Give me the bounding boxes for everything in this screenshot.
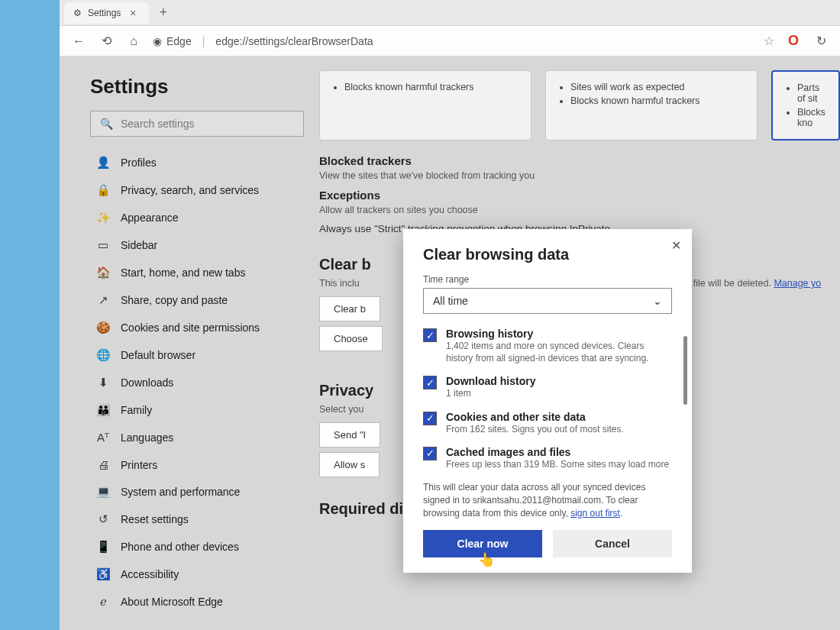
sidebar-label: Cookies and site permissions <box>121 321 260 334</box>
divider: | <box>202 35 205 47</box>
sidebar-icon: ↺ <box>96 512 110 526</box>
send-do-not-track-button[interactable]: Send "I <box>319 422 380 447</box>
address-bar[interactable]: edge://settings/clearBrowserData <box>215 35 753 47</box>
opera-icon[interactable]: O <box>788 33 799 49</box>
option-title: Download history <box>446 375 535 387</box>
clear-options-list: ✓Browsing history1,402 items and more on… <box>423 328 672 470</box>
sidebar-icon: 💻 <box>96 485 110 499</box>
dialog-scrollbar[interactable] <box>683 336 687 405</box>
dialog-close-button[interactable]: ✕ <box>671 238 681 253</box>
sidebar-icon: 🖨 <box>96 458 110 471</box>
card-bullet: Blocks kno <box>797 107 828 128</box>
sidebar-item[interactable]: 👤Profiles <box>90 150 304 175</box>
checkbox[interactable]: ✓ <box>423 447 437 460</box>
sidebar-item[interactable]: 🌐Default browser <box>90 343 304 367</box>
sidebar-icon: ↗ <box>96 293 110 307</box>
clear-option-row: ✓Cookies and other site dataFrom 162 sit… <box>423 411 672 435</box>
chevron-down-icon: ⌄ <box>653 295 662 307</box>
search-placeholder: Search settings <box>121 118 195 130</box>
settings-title: Settings <box>90 75 304 99</box>
sidebar-item[interactable]: ℯAbout Microsoft Edge <box>90 590 304 614</box>
clear-browsing-data-dialog: ✕ Clear browsing data Time range All tim… <box>403 229 692 573</box>
sidebar-item[interactable]: 🏠Start, home, and new tabs <box>90 260 304 285</box>
note-text: . <box>620 508 622 519</box>
home-button[interactable]: ⌂ <box>125 34 142 48</box>
checkbox[interactable]: ✓ <box>423 328 437 342</box>
sidebar-icon: ℯ <box>96 595 110 609</box>
dialog-title: Clear browsing data <box>423 246 672 263</box>
sidebar-label: Appearance <box>121 212 179 224</box>
reload-button[interactable]: ⟲ <box>98 34 115 48</box>
allow-sites-button[interactable]: Allow s <box>319 452 380 477</box>
option-title: Cookies and other site data <box>446 411 624 423</box>
sidebar-label: Languages <box>121 431 173 444</box>
sidebar-item[interactable]: ✨Appearance <box>90 205 304 230</box>
gear-icon: ⚙ <box>73 8 82 18</box>
sidebar-item[interactable]: 👪Family <box>90 398 304 422</box>
sidebar-item[interactable]: 🖨Printers <box>90 453 304 477</box>
browser-tab[interactable]: ⚙ Settings × <box>64 2 149 24</box>
sidebar-icon: 📱 <box>96 540 110 554</box>
toolbar: ← ⟲ ⌂ ◉ Edge | edge://settings/clearBrow… <box>60 26 840 57</box>
tab-title: Settings <box>88 8 121 18</box>
sidebar-item[interactable]: ↗Share, copy and paste <box>90 288 304 312</box>
sidebar-icon: 🍪 <box>96 321 110 334</box>
clear-now-button[interactable]: Clear now <box>423 530 542 557</box>
sidebar-icon: 👤 <box>96 156 110 170</box>
exceptions-sub: Allow all trackers on sites you choose <box>319 205 840 215</box>
clear-option-row: ✓Browsing history1,402 items and more on… <box>423 328 672 364</box>
sidebar-item[interactable]: ↺Reset settings <box>90 507 304 531</box>
option-title: Cached images and files <box>446 446 669 458</box>
search-settings-input[interactable]: 🔍 Search settings <box>90 111 304 137</box>
sidebar-label: Default browser <box>121 349 195 361</box>
sidebar-label: Phone and other devices <box>121 541 239 553</box>
new-tab-button[interactable]: + <box>155 5 173 21</box>
sidebar-label: About Microsoft Edge <box>121 596 223 608</box>
tracking-card-balanced[interactable]: Blocks known harmful trackers <box>319 70 531 141</box>
sidebar-item[interactable]: 📱Phone and other devices <box>90 535 304 559</box>
sidebar-icon: 🔒 <box>96 183 110 197</box>
checkbox[interactable]: ✓ <box>423 376 437 389</box>
manage-link[interactable]: Manage yo <box>774 278 821 289</box>
time-range-value: All time <box>433 295 468 307</box>
text-fragment: file will be deleted. <box>693 278 774 289</box>
sidebar-icon: ✨ <box>96 211 110 225</box>
sidebar-label: Start, home, and new tabs <box>121 267 245 279</box>
option-desc: 1,402 items and more on synced devices. … <box>446 340 672 364</box>
sidebar-icon: 🏠 <box>96 266 110 279</box>
blocked-trackers-heading: Blocked trackers <box>319 154 840 167</box>
sidebar-item[interactable]: ▭Sidebar <box>90 233 304 257</box>
card-bullet: Parts of sit <box>797 82 828 104</box>
sidebar-item[interactable]: 🔒Privacy, search, and services <box>90 178 304 202</box>
sidebar-item[interactable]: AᵀLanguages <box>90 425 304 450</box>
sidebar-label: Printers <box>121 459 157 471</box>
sidebar-item[interactable]: ⬇Downloads <box>90 370 304 395</box>
sidebar-icon: 🌐 <box>96 348 110 362</box>
close-tab-icon[interactable]: × <box>127 7 139 19</box>
clear-browsing-button[interactable]: Clear b <box>319 296 380 321</box>
sidebar-icon: ⬇ <box>96 376 110 389</box>
sidebar-list: 👤Profiles🔒Privacy, search, and services✨… <box>90 150 304 614</box>
sidebar-item[interactable]: 💻System and performance <box>90 480 304 504</box>
choose-what-button[interactable]: Choose <box>319 326 383 351</box>
sidebar-label: Reset settings <box>121 513 189 525</box>
option-desc: 1 item <box>446 387 535 399</box>
sidebar-item[interactable]: 🍪Cookies and site permissions <box>90 315 304 340</box>
sign-out-link[interactable]: sign out first <box>570 508 620 519</box>
tracking-card-2[interactable]: Sites will work as expected Blocks known… <box>545 70 758 141</box>
time-range-select[interactable]: All time ⌄ <box>423 288 672 314</box>
sidebar-label: Profiles <box>121 157 157 169</box>
tab-strip: ⚙ Settings × + <box>60 0 840 26</box>
toolbar-right: ☆ O ↻ <box>764 33 829 49</box>
sidebar-item[interactable]: ♿Accessibility <box>90 562 304 586</box>
checkbox[interactable]: ✓ <box>423 412 437 425</box>
sidebar-icon: ♿ <box>96 567 110 581</box>
sidebar-label: System and performance <box>121 486 240 498</box>
back-button[interactable]: ← <box>70 34 87 48</box>
edge-label-text: Edge <box>166 35 192 47</box>
sidebar-icon: 👪 <box>96 403 110 417</box>
favorite-icon[interactable]: ☆ <box>764 34 774 48</box>
cancel-button[interactable]: Cancel <box>553 530 672 557</box>
refresh-right-icon[interactable]: ↻ <box>813 34 829 48</box>
tracking-card-strict[interactable]: Parts of sit Blocks kno <box>771 70 840 141</box>
